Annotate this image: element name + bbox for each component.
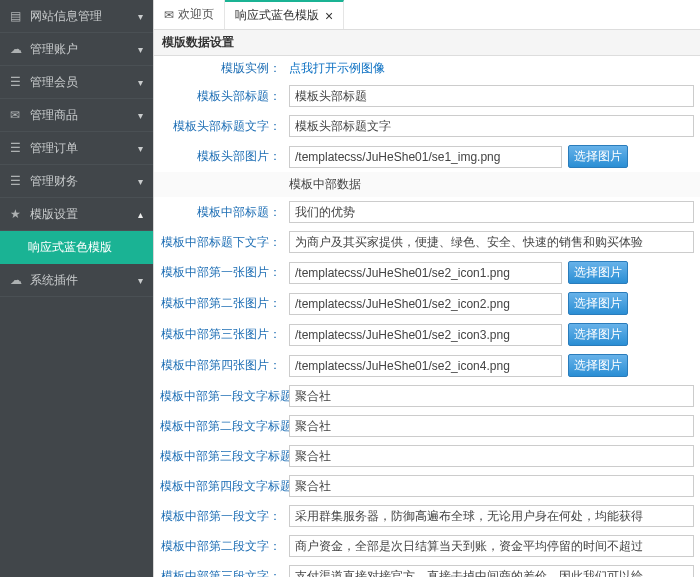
example-label: 模版实例： xyxy=(160,60,281,77)
chevron-down-icon: ▾ xyxy=(138,176,143,187)
sidebar-item[interactable]: ▤网站信息管理▾ xyxy=(0,0,153,33)
head-sub-input[interactable] xyxy=(289,115,694,137)
mid-img1-input[interactable] xyxy=(289,262,562,284)
sidebar-item[interactable]: ✉管理商品▾ xyxy=(0,99,153,132)
form-area: 模版实例： 点我打开示例图像 模板头部标题： 模板头部标题文字： 模板头部图片：… xyxy=(154,56,700,577)
sidebar-item-label: 管理账户 xyxy=(30,41,78,58)
mid-desc-label: 模板中部标题下文字： xyxy=(160,234,281,251)
panel-title: 模版数据设置 xyxy=(154,30,700,56)
mid-img2-label: 模板中部第二张图片： xyxy=(160,295,281,312)
mid-img4-label: 模板中部第四张图片： xyxy=(160,357,281,374)
main-panel: ✉ 欢迎页 响应式蓝色模版 × 模版数据设置 模版实例： 点我打开示例图像 模板… xyxy=(153,0,700,577)
menu-icon: ✉ xyxy=(10,108,24,122)
sidebar-item[interactable]: ☁系统插件▾ xyxy=(0,264,153,297)
chevron-down-icon: ▾ xyxy=(138,110,143,121)
sidebar-item-label: 管理会员 xyxy=(30,74,78,91)
sidebar-item[interactable]: ★模版设置▴ xyxy=(0,198,153,231)
chevron-up-icon: ▴ xyxy=(138,209,143,220)
choose-image-button[interactable]: 选择图片 xyxy=(568,145,628,168)
mid-t2-input[interactable] xyxy=(289,415,694,437)
sidebar-subitem[interactable]: 响应式蓝色模版 xyxy=(0,231,153,264)
mid-t4-input[interactable] xyxy=(289,475,694,497)
mid-t1-label: 模板中部第一段文字标题： xyxy=(160,388,281,405)
mid-title-input[interactable] xyxy=(289,201,694,223)
section-mid-title: 模板中部数据 xyxy=(154,172,700,197)
mid-p3-label: 模板中部第三段文字： xyxy=(160,568,281,578)
choose-image-button[interactable]: 选择图片 xyxy=(568,323,628,346)
mid-t1-input[interactable] xyxy=(289,385,694,407)
tab-template[interactable]: 响应式蓝色模版 × xyxy=(225,0,344,29)
sidebar-item-label: 模版设置 xyxy=(30,206,78,223)
chevron-down-icon: ▾ xyxy=(138,143,143,154)
head-sub-label: 模板头部标题文字： xyxy=(160,118,281,135)
mid-img3-label: 模板中部第三张图片： xyxy=(160,326,281,343)
head-title-input[interactable] xyxy=(289,85,694,107)
example-link[interactable]: 点我打开示例图像 xyxy=(289,60,385,77)
sidebar-item-label: 管理财务 xyxy=(30,173,78,190)
chevron-down-icon: ▾ xyxy=(138,11,143,22)
mid-img2-input[interactable] xyxy=(289,293,562,315)
mid-t4-label: 模板中部第四段文字标题： xyxy=(160,478,281,495)
sidebar-item[interactable]: ☰管理会员▾ xyxy=(0,66,153,99)
menu-icon: ☰ xyxy=(10,174,24,188)
menu-icon: ☁ xyxy=(10,273,24,287)
mid-desc-input[interactable] xyxy=(289,231,694,253)
choose-image-button[interactable]: 选择图片 xyxy=(568,261,628,284)
envelope-icon: ✉ xyxy=(164,8,174,22)
mid-p1-label: 模板中部第一段文字： xyxy=(160,508,281,525)
chevron-down-icon: ▾ xyxy=(138,44,143,55)
mid-p2-label: 模板中部第二段文字： xyxy=(160,538,281,555)
mid-p3-input[interactable] xyxy=(289,565,694,577)
mid-img1-label: 模板中部第一张图片： xyxy=(160,264,281,281)
mid-t3-input[interactable] xyxy=(289,445,694,467)
sidebar-item-label: 管理商品 xyxy=(30,107,78,124)
close-icon[interactable]: × xyxy=(325,8,333,24)
head-img-input[interactable] xyxy=(289,146,562,168)
sidebar-item[interactable]: ☁管理账户▾ xyxy=(0,33,153,66)
sidebar-item[interactable]: ☰管理订单▾ xyxy=(0,132,153,165)
mid-img4-input[interactable] xyxy=(289,355,562,377)
choose-image-button[interactable]: 选择图片 xyxy=(568,292,628,315)
tab-welcome[interactable]: ✉ 欢迎页 xyxy=(154,0,225,29)
sidebar-item-label: 管理订单 xyxy=(30,140,78,157)
sidebar-item[interactable]: ☰管理财务▾ xyxy=(0,165,153,198)
mid-p1-input[interactable] xyxy=(289,505,694,527)
chevron-down-icon: ▾ xyxy=(138,77,143,88)
menu-icon: ★ xyxy=(10,207,24,221)
head-title-label: 模板头部标题： xyxy=(160,88,281,105)
mid-img3-input[interactable] xyxy=(289,324,562,346)
sidebar-item-label: 系统插件 xyxy=(30,272,78,289)
mid-t3-label: 模板中部第三段文字标题： xyxy=(160,448,281,465)
menu-icon: ☰ xyxy=(10,75,24,89)
head-img-label: 模板头部图片： xyxy=(160,148,281,165)
tab-bar: ✉ 欢迎页 响应式蓝色模版 × xyxy=(154,0,700,30)
chevron-down-icon: ▾ xyxy=(138,275,143,286)
menu-icon: ▤ xyxy=(10,9,24,23)
sidebar-item-label: 网站信息管理 xyxy=(30,8,102,25)
mid-t2-label: 模板中部第二段文字标题： xyxy=(160,418,281,435)
menu-icon: ☁ xyxy=(10,42,24,56)
mid-p2-input[interactable] xyxy=(289,535,694,557)
menu-icon: ☰ xyxy=(10,141,24,155)
mid-title-label: 模板中部标题： xyxy=(160,204,281,221)
sidebar: ▤网站信息管理▾☁管理账户▾☰管理会员▾✉管理商品▾☰管理订单▾☰管理财务▾★模… xyxy=(0,0,153,577)
choose-image-button[interactable]: 选择图片 xyxy=(568,354,628,377)
tab-label: 欢迎页 xyxy=(178,6,214,23)
tab-label: 响应式蓝色模版 xyxy=(235,7,319,24)
